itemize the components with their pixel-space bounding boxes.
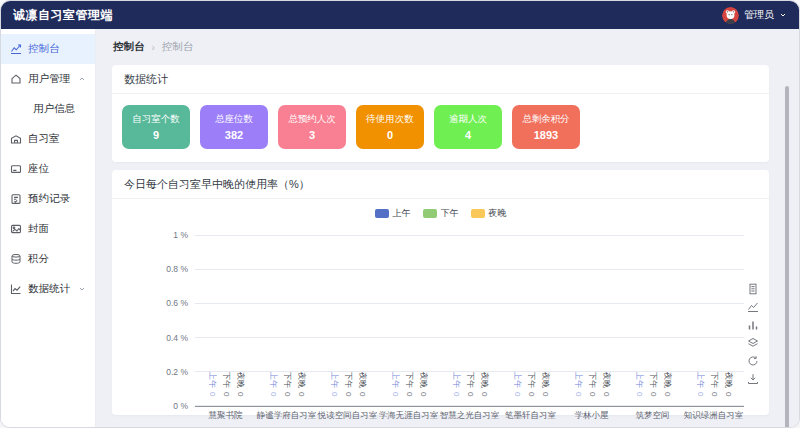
y-axis-tick: 0 % [173, 401, 188, 411]
sidebar-item-reservations[interactable]: 预约记录 [1, 184, 95, 214]
series-value-label: 0 [357, 392, 367, 396]
sidebar-item-seat[interactable]: 座位 [1, 154, 95, 184]
legend-item[interactable]: 夜晚 [471, 207, 507, 220]
stat-cards-row: 自习室个数 9 总座位数 382 总预约人次 3 [112, 94, 769, 162]
vertical-scrollbar[interactable] [785, 86, 789, 428]
points-coins-icon [10, 253, 22, 265]
rotated-bar-label: 夜晚 0 [296, 372, 306, 402]
legend-label: 夜晚 [489, 207, 507, 220]
stat-card-label: 总座位数 [215, 113, 253, 126]
download-icon[interactable] [747, 373, 759, 385]
series-name-label: 下午 [587, 372, 597, 388]
rotated-bar-label: 夜晚 0 [235, 372, 245, 402]
stat-card: 自习室个数 9 [122, 105, 190, 149]
gridline [195, 235, 744, 236]
restore-icon[interactable] [747, 355, 759, 367]
sidebar-item-label: 积分 [28, 252, 49, 266]
x-axis-category-label: 悦读空间自习室 [317, 410, 378, 422]
sidebar-item-user-info[interactable]: 用户信息 [1, 94, 95, 124]
x-axis-labels: 慧聚书院静谧学府自习室悦读空间自习室学海无涯自习室智慧之光自习室笔墨轩自习室学林… [195, 406, 744, 422]
y-axis-tick: 0.4 % [166, 333, 188, 343]
rotated-bar-label: 上午 0 [573, 372, 583, 402]
sidebar-item-label: 封面 [28, 222, 49, 236]
x-axis-category-label: 智慧之光自习室 [439, 410, 500, 422]
rotated-bar-label: 夜晚 0 [540, 372, 550, 402]
rotated-bar-label: 下午 0 [343, 372, 353, 402]
user-menu[interactable]: 管理员 [722, 7, 787, 24]
y-axis-tick: 0.2 % [166, 367, 188, 377]
main-content: 控制台 › 控制台 数据统计 自习室个数 9 总座位数 [96, 29, 799, 427]
x-axis-category-label: 知识绿洲自习室 [683, 410, 744, 422]
series-value-label: 0 [235, 392, 245, 396]
series-name-label: 上午 [207, 372, 217, 388]
series-name-label: 夜晚 [540, 372, 550, 388]
x-axis-category-label: 静谧学府自习室 [256, 410, 317, 422]
sidebar-item-label: 自习室 [28, 132, 60, 146]
rotated-bar-label: 下午 0 [526, 372, 536, 402]
chart-body: 上午 下午 夜晚 [112, 199, 769, 415]
bar-label-group: 上午 0 下午 0 [561, 365, 622, 405]
breadcrumb-root[interactable]: 控制台 [113, 40, 145, 54]
series-value-label: 0 [723, 392, 733, 396]
sidebar-item-study-room[interactable]: 自习室 [1, 124, 95, 154]
series-value-label: 0 [221, 392, 231, 396]
sidebar-item-user-management[interactable]: 用户管理 [1, 64, 95, 94]
series-value-label: 0 [296, 392, 306, 396]
legend-item[interactable]: 下午 [423, 207, 459, 220]
series-value-label: 0 [329, 392, 339, 396]
y-axis-tick: 1 % [173, 230, 188, 240]
school-icon [10, 133, 22, 145]
stack-icon[interactable] [747, 337, 759, 349]
stat-card-value: 4 [465, 129, 471, 141]
series-name-label: 上午 [329, 372, 339, 388]
bar-chart-icon[interactable] [747, 319, 759, 331]
series-name-label: 上午 [451, 372, 461, 388]
sidebar-item-statistics[interactable]: 数据统计 [1, 274, 95, 304]
rotated-bar-label: 上午 0 [268, 372, 278, 402]
series-name-label: 上午 [573, 372, 583, 388]
rotated-bar-label: 上午 0 [207, 372, 217, 402]
series-value-label: 0 [451, 392, 461, 396]
series-value-label: 0 [390, 392, 400, 396]
app-window: 诚凛自习室管理端 管理员 [0, 0, 800, 428]
sidebar-item-label: 控制台 [28, 42, 60, 56]
legend-item[interactable]: 上午 [375, 207, 411, 220]
seat-card-icon [10, 163, 22, 175]
sidebar-item-label: 预约记录 [28, 192, 70, 206]
series-name-label: 夜晚 [235, 372, 245, 388]
chart-plot-area: 1 %0.8 %0.6 %0.4 %0.2 %0 % 上午 [195, 235, 744, 407]
rotated-bar-label: 上午 0 [390, 372, 400, 402]
chevron-down-icon [78, 285, 86, 293]
sidebar-item-cover[interactable]: 封面 [1, 214, 95, 244]
gridline [195, 269, 744, 270]
sidebar-item-points[interactable]: 积分 [1, 244, 95, 274]
bar-label-group: 上午 0 下午 0 [683, 365, 744, 405]
series-name-label: 上午 [390, 372, 400, 388]
chart-toolbox [747, 283, 759, 385]
stat-card-label: 逾期人次 [449, 113, 487, 126]
rotated-bar-label: 下午 0 [648, 372, 658, 402]
data-view-icon[interactable] [747, 283, 759, 295]
legend-label: 下午 [441, 207, 459, 220]
rotated-bar-label: 下午 0 [404, 372, 414, 402]
sidebar: 控制台 用户管理 用户信息 自习室 [1, 29, 96, 427]
series-value-label: 0 [479, 392, 489, 396]
rotated-bar-label: 上午 0 [695, 372, 705, 402]
sidebar-item-dashboard[interactable]: 控制台 [1, 34, 95, 64]
stat-card-label: 总剩余积分 [522, 113, 570, 126]
series-value-label: 0 [418, 392, 428, 396]
series-name-label: 夜晚 [296, 372, 306, 388]
rotated-bar-label: 下午 0 [587, 372, 597, 402]
series-name-label: 下午 [221, 372, 231, 388]
avatar[interactable] [722, 7, 739, 24]
line-chart-icon[interactable] [747, 301, 759, 313]
bar-label-group: 上午 0 下午 0 [500, 365, 561, 405]
rotated-bar-label: 上午 0 [512, 372, 522, 402]
series-value-label: 0 [526, 392, 536, 396]
rotated-bar-label: 夜晚 0 [723, 372, 733, 402]
bar-label-group: 上午 0 下午 0 [317, 365, 378, 405]
series-name-label: 下午 [343, 372, 353, 388]
legend-swatch [375, 209, 389, 218]
rotated-bar-label: 下午 0 [709, 372, 719, 402]
sidebar-item-label: 座位 [28, 162, 49, 176]
